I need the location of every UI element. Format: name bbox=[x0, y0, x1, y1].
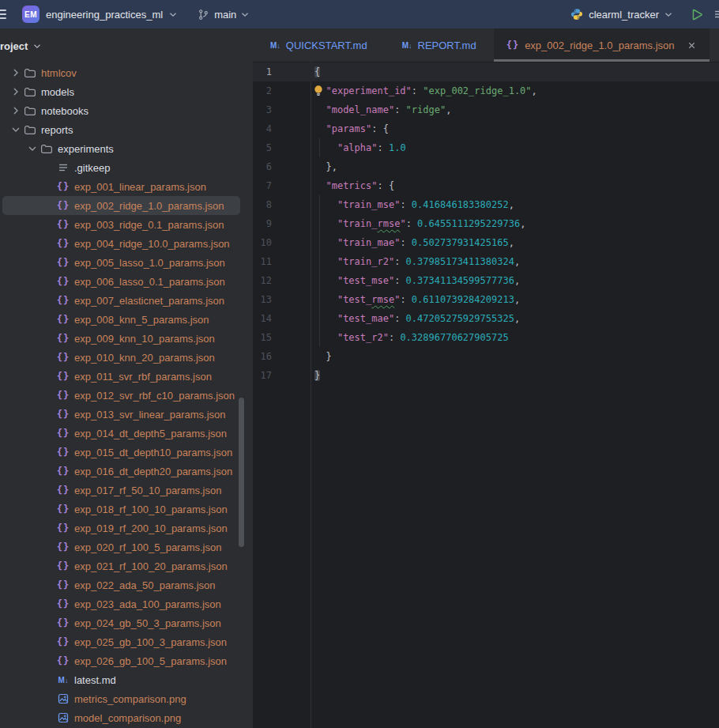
tree-item-label: htmlcov bbox=[41, 67, 77, 79]
editor[interactable]: 1{2 "experiment_id": "exp_002_ridge_1.0"… bbox=[253, 62, 719, 728]
tree-scrollbar[interactable] bbox=[239, 398, 244, 547]
tree-item[interactable]: {}exp_023_ada_100_params.json bbox=[2, 594, 240, 613]
tree-item[interactable]: .gitkeep bbox=[2, 158, 240, 177]
tree-item-label: model_comparison.png bbox=[74, 712, 181, 724]
tree-item[interactable]: {}exp_014_dt_depth5_params.json bbox=[2, 424, 240, 443]
tree-item[interactable]: models bbox=[2, 82, 240, 101]
tree-item[interactable]: {}exp_025_gb_100_3_params.json bbox=[2, 632, 240, 651]
project-widget[interactable]: EM engineering_practices_ml bbox=[22, 6, 177, 23]
tree-chevron[interactable] bbox=[9, 123, 24, 136]
tree-item-label: notebooks bbox=[41, 105, 88, 117]
editor-line[interactable]: 10 "train_mae": 0.502737931425165, bbox=[253, 233, 719, 252]
vcs-branch-widget[interactable]: main bbox=[198, 9, 249, 21]
tree-item[interactable]: {}exp_010_knn_20_params.json bbox=[2, 348, 240, 367]
tree-chevron[interactable] bbox=[9, 66, 24, 79]
tree-item[interactable]: {}exp_008_knn_5_params.json bbox=[2, 310, 240, 329]
editor-line[interactable]: 1{ bbox=[253, 62, 719, 81]
editor-line[interactable]: 6 }, bbox=[253, 157, 719, 176]
chevron-down-icon bbox=[664, 12, 672, 17]
tree-item[interactable]: {}exp_019_rf_200_10_params.json bbox=[2, 519, 240, 538]
editor-line[interactable]: 3 "model_name": "ridge", bbox=[253, 100, 719, 119]
tree-item[interactable]: {}exp_006_lasso_0.1_params.json bbox=[2, 272, 240, 291]
tree-item-label: exp_002_ridge_1.0_params.json bbox=[74, 200, 224, 212]
tree-item[interactable]: {}exp_022_ada_50_params.json bbox=[2, 575, 240, 594]
python-icon bbox=[570, 8, 583, 21]
editor-line[interactable]: 15 "test_r2": 0.32896770627905725 bbox=[253, 328, 719, 347]
git-branch-icon bbox=[198, 9, 209, 21]
tree-item-label: exp_001_linear_params.json bbox=[74, 181, 206, 193]
tree-item-label: exp_023_ada_100_params.json bbox=[74, 598, 221, 610]
json-file-icon: {} bbox=[57, 352, 70, 363]
editor-line[interactable]: 16 } bbox=[253, 347, 719, 366]
tree-item[interactable]: {}exp_003_ridge_0.1_params.json bbox=[2, 215, 240, 234]
hamburger-menu-icon[interactable] bbox=[0, 9, 6, 19]
editor-line[interactable]: 13 "test_rmse": 0.6110739284209213, bbox=[253, 290, 719, 309]
line-number: 14 bbox=[253, 313, 311, 324]
tree-item[interactable]: {}exp_016_dt_depth20_params.json bbox=[2, 462, 240, 481]
tree-item[interactable]: {}exp_013_svr_linear_params.json bbox=[2, 405, 240, 424]
tool-window-title: roject bbox=[0, 40, 28, 52]
tree-item[interactable]: {}exp_012_svr_rbf_c10_params.json bbox=[2, 386, 240, 405]
tree-chevron[interactable] bbox=[9, 104, 24, 117]
run-button[interactable] bbox=[690, 8, 703, 21]
close-tab-icon[interactable] bbox=[687, 40, 697, 51]
folder-icon bbox=[40, 142, 53, 155]
tree-chevron[interactable] bbox=[26, 142, 40, 155]
tree-item[interactable]: {}exp_018_rf_100_10_params.json bbox=[2, 500, 240, 519]
tree-item-label: models bbox=[41, 86, 74, 98]
line-number: 2 bbox=[253, 85, 311, 96]
main-toolbar: EM engineering_practices_ml main clearml… bbox=[0, 0, 719, 28]
folder-icon bbox=[24, 85, 36, 98]
tree-item[interactable]: {}exp_021_rf_100_20_params.json bbox=[2, 556, 240, 575]
project-tree: htmlcovmodelsnotebooksreportsexperiments… bbox=[0, 63, 253, 727]
tree-item[interactable]: {}exp_015_dt_depth10_params.json bbox=[2, 443, 240, 462]
editor-line[interactable]: 7 "metrics": { bbox=[253, 176, 719, 195]
tree-chevron[interactable] bbox=[9, 85, 24, 98]
project-tool-window: roject htmlcovmodelsnotebooksreportsexpe… bbox=[0, 28, 253, 728]
tree-item[interactable]: {}exp_004_ridge_10.0_params.json bbox=[2, 234, 240, 253]
line-number: 10 bbox=[253, 237, 311, 248]
editor-line[interactable]: 4 "params": { bbox=[253, 119, 719, 138]
tree-item[interactable]: {}exp_011_svr_rbf_params.json bbox=[2, 367, 240, 386]
tree-item-label: exp_010_knn_20_params.json bbox=[74, 352, 215, 364]
run-configuration-selector[interactable]: clearml_tracker bbox=[570, 8, 672, 21]
tree-item[interactable]: {}exp_005_lasso_1.0_params.json bbox=[2, 253, 240, 272]
editor-line[interactable]: 14 "test_mae": 0.47205275929755325, bbox=[253, 309, 719, 328]
tree-item[interactable]: htmlcov bbox=[2, 63, 240, 82]
tree-item[interactable]: {}exp_026_gb_100_5_params.json bbox=[2, 651, 240, 670]
tree-item-label: reports bbox=[41, 124, 73, 136]
indent-guide bbox=[319, 138, 320, 157]
editor-line[interactable]: 2 "experiment_id": "exp_002_ridge_1.0", bbox=[253, 81, 719, 100]
tree-item[interactable]: model_comparison.png bbox=[2, 708, 240, 727]
tree-item-label: exp_007_elasticnet_params.json bbox=[74, 295, 224, 307]
tree-item[interactable]: {}exp_001_linear_params.json bbox=[2, 177, 240, 196]
tree-item[interactable]: {}exp_020_rf_100_5_params.json bbox=[2, 538, 240, 556]
ide-window: EM engineering_practices_ml main clearml… bbox=[0, 0, 719, 728]
editor-line[interactable]: 17} bbox=[253, 366, 719, 385]
chevron-right-icon bbox=[9, 66, 22, 79]
tree-item[interactable]: reports bbox=[2, 120, 240, 139]
editor-tab[interactable]: M↓QUICKSTART.md bbox=[253, 28, 385, 62]
tree-item[interactable]: metrics_comparison.png bbox=[2, 689, 240, 708]
tree-item[interactable]: M↓latest.md bbox=[2, 670, 240, 689]
editor-line[interactable]: 8 "train_mse": 0.416846183380252, bbox=[253, 195, 719, 214]
tree-item[interactable]: {}exp_002_ridge_1.0_params.json bbox=[2, 196, 240, 215]
editor-line[interactable]: 9 "train_rmse": 0.6455111295229736, bbox=[253, 214, 719, 233]
tree-item[interactable]: {}exp_009_knn_10_params.json bbox=[2, 329, 240, 348]
editor-tab[interactable]: M↓REPORT.md bbox=[385, 28, 494, 62]
tree-item[interactable]: {}exp_017_rf_50_10_params.json bbox=[2, 481, 240, 500]
editor-line[interactable]: 5 "alpha": 1.0 bbox=[253, 138, 719, 157]
project-tool-window-header[interactable]: roject bbox=[0, 28, 253, 63]
more-actions-icon[interactable] bbox=[714, 9, 719, 20]
json-file-icon: {} bbox=[57, 276, 70, 287]
tree-item[interactable]: experiments bbox=[2, 139, 240, 158]
tree-item[interactable]: {}exp_007_elasticnet_params.json bbox=[2, 291, 240, 310]
chevron-down-icon bbox=[9, 123, 22, 136]
editor-tab[interactable]: {}exp_002_ridge_1.0_params.json bbox=[494, 28, 710, 62]
json-file-icon: {} bbox=[57, 504, 70, 515]
tree-item[interactable]: notebooks bbox=[2, 101, 240, 120]
editor-line[interactable]: 12 "test_mse": 0.37341134599577736, bbox=[253, 271, 719, 290]
editor-line[interactable]: 11 "train_r2": 0.37985173411380324, bbox=[253, 252, 719, 271]
intention-bulb-icon[interactable] bbox=[314, 85, 323, 99]
tree-item[interactable]: {}exp_024_gb_50_3_params.json bbox=[2, 613, 240, 632]
